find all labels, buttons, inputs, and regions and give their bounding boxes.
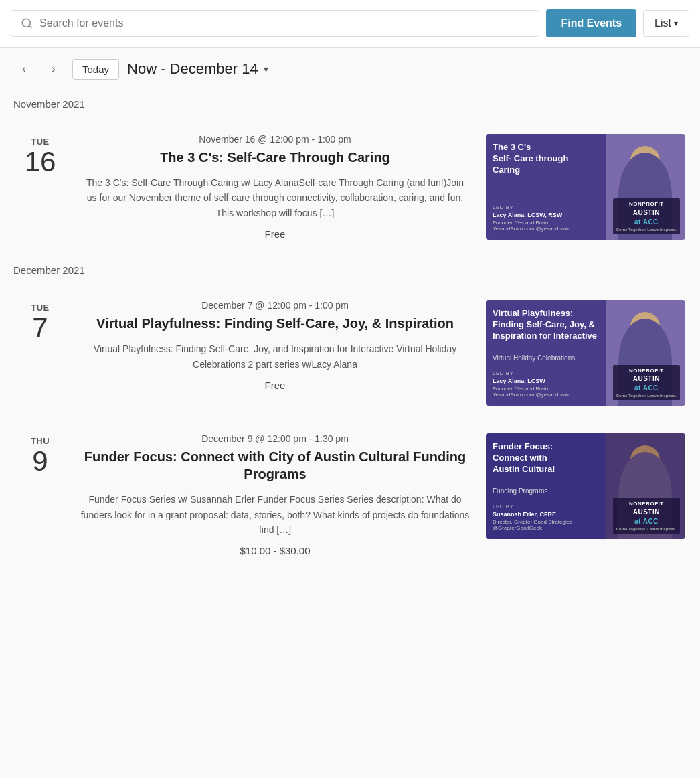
find-events-button[interactable]: Find Events (546, 9, 636, 37)
next-arrow-button[interactable]: › (43, 58, 64, 80)
thumb-bottom-dec7: led by Lacy Alana, LCSW Founder, Yes and… (493, 370, 599, 398)
thumb-presenter-nov16: Lacy Alana, LCSW, RSW (493, 212, 599, 218)
list-chevron-icon: ▾ (674, 19, 678, 28)
month-divider-december (96, 270, 687, 270)
event-content-nov16: November 16 @ 12:00 pm - 1:00 pm The 3 C… (67, 134, 486, 240)
prev-arrow-button[interactable]: ‹ (13, 58, 35, 80)
month-section-december: December 2021 (0, 256, 700, 283)
search-input[interactable] (39, 17, 529, 29)
event-date-dec9: THU 9 (13, 433, 67, 477)
event-row-nov16: TUE 16 November 16 @ 12:00 pm - 1:00 pm … (0, 123, 700, 256)
badge-nonprofit-dec9: NONPROFIT (616, 500, 677, 508)
event-thumbnail-dec7: Virtual Playfulness:Finding Self-Care, J… (486, 300, 685, 406)
event-content-dec9: December 9 @ 12:00 pm - 1:30 pm Funder F… (67, 433, 486, 556)
thumb-title-nov16: The 3 C'sSelf- Care throughCaring (493, 142, 599, 176)
event-time-dec7: December 7 @ 12:00 pm - 1:00 pm (80, 300, 470, 311)
badge-tagline-dec9: Come Together. Leave Inspired. (616, 526, 677, 532)
thumb-presenter-role-dec7: Founder, Yes and BrainYesandBrain.com @y… (493, 386, 599, 398)
event-day-name-dec7: TUE (13, 303, 67, 313)
badge-austin-dec7: AUSTIN at ACC (616, 374, 677, 393)
event-row-dec7: TUE 7 December 7 @ 12:00 pm - 1:00 pm Vi… (0, 289, 700, 422)
event-title-nov16[interactable]: The 3 C's: Self-Care Through Caring (80, 149, 470, 166)
badge-nonprofit-nov16: NONPROFIT (616, 200, 677, 208)
event-day-num-nov16: 16 (13, 147, 67, 177)
badge-tagline-dec7: Come Together. Leave Inspired. (616, 393, 677, 398)
calendar-nav: ‹ › Today Now - December 14 ▾ (0, 48, 700, 90)
event-price-dec9: $10.00 - $30.00 (80, 545, 470, 556)
badge-tagline-nov16: Come Together. Leave Inspired. (616, 227, 677, 232)
date-range-selector[interactable]: Now - December 14 ▾ (127, 60, 268, 78)
event-date-dec7: TUE 7 (13, 300, 67, 343)
thumb-subtitle-dec9: Funding Programs (493, 487, 599, 495)
event-desc-dec9: Funder Focus Series w/ Susannah Erler Fu… (80, 492, 470, 537)
event-image-nov16[interactable]: The 3 C'sSelf- Care throughCaring led by… (486, 134, 687, 240)
badge-austin-nov16: AUSTIN at ACC (616, 208, 677, 227)
month-header-december: December 2021 (13, 256, 687, 283)
thumb-bottom-dec9: led by Susannah Erler, CFRE Director, Gr… (493, 503, 599, 531)
month-header-november: November 2021 (13, 90, 687, 116)
nonprofit-badge-nov16: NONPROFIT AUSTIN at ACC Come Together. L… (613, 198, 680, 234)
thumb-presenter-dec7: Lacy Alana, LCSW (493, 378, 599, 384)
thumb-right-nov16: NONPROFIT AUSTIN at ACC Come Together. L… (606, 134, 685, 240)
date-range-chevron-icon: ▾ (264, 64, 268, 74)
event-image-dec9[interactable]: Funder Focus:Connect withAustin Cultural… (486, 433, 687, 539)
event-day-num-dec9: 9 (13, 446, 67, 477)
event-thumbnail-nov16: The 3 C'sSelf- Care throughCaring led by… (486, 134, 685, 240)
event-row-dec9: THU 9 December 9 @ 12:00 pm - 1:30 pm Fu… (0, 422, 700, 572)
event-day-name-nov16: TUE (13, 137, 67, 147)
badge-acc-dec7: at ACC (616, 384, 677, 393)
event-desc-dec7: Virtual Playfulness: Finding Self-Care, … (80, 341, 470, 372)
search-bar: Find Events List ▾ (0, 0, 700, 48)
thumb-presenter-role-nov16: Founder, Yes and BrainYesandBrain.com @y… (493, 220, 599, 232)
thumb-left-dec9: Funder Focus:Connect withAustin Cultural… (486, 433, 606, 539)
event-price-nov16: Free (80, 228, 470, 240)
event-image-dec7[interactable]: Virtual Playfulness:Finding Self-Care, J… (486, 300, 687, 406)
thumb-left-nov16: The 3 C'sSelf- Care throughCaring led by… (486, 134, 606, 240)
event-title-dec7[interactable]: Virtual Playfulness: Finding Self-Care, … (80, 315, 470, 332)
thumb-bottom-nov16: led by Lacy Alana, LCSW, RSW Founder, Ye… (493, 204, 599, 232)
svg-line-1 (29, 25, 31, 27)
event-day-num-dec7: 7 (13, 313, 67, 343)
today-button[interactable]: Today (72, 59, 119, 80)
thumb-led-by-dec9: led by (493, 503, 599, 510)
thumb-right-dec9: NONPROFIT AUSTIN at ACC Come Together. L… (606, 433, 685, 539)
event-desc-nov16: The 3 C's: Self-Care Through Caring w/ L… (80, 175, 470, 220)
nonprofit-badge-dec9: NONPROFIT AUSTIN at ACC Come Together. L… (613, 498, 680, 534)
thumb-title-dec9: Funder Focus:Connect withAustin Cultural (493, 441, 599, 475)
badge-acc-dec9: at ACC (616, 517, 677, 526)
badge-austin-dec9: AUSTIN at ACC (616, 508, 677, 526)
badge-nonprofit-dec7: NONPROFIT (616, 367, 677, 374)
thumb-title-dec7: Virtual Playfulness:Finding Self-Care, J… (493, 308, 599, 342)
event-time-dec9: December 9 @ 12:00 pm - 1:30 pm (80, 433, 470, 444)
search-input-wrapper[interactable] (11, 10, 539, 37)
list-label: List (654, 17, 671, 29)
event-price-dec7: Free (80, 380, 470, 391)
thumb-presenter-role-dec9: Director, Greater Good Strategies@Greate… (493, 519, 599, 531)
month-divider-november (96, 104, 687, 104)
thumb-led-by-nov16: led by (493, 204, 599, 210)
event-title-dec9[interactable]: Funder Focus: Connect with City of Austi… (80, 448, 470, 483)
date-range-label: Now - December 14 (127, 60, 258, 78)
thumb-left-dec7: Virtual Playfulness:Finding Self-Care, J… (486, 300, 606, 406)
event-content-dec7: December 7 @ 12:00 pm - 1:00 pm Virtual … (67, 300, 486, 391)
event-thumbnail-dec9: Funder Focus:Connect withAustin Cultural… (486, 433, 685, 539)
thumb-subtitle-dec7: Virtual Holiday Celebrations (493, 354, 599, 362)
month-label-november: November 2021 (13, 98, 85, 110)
event-day-name-dec9: THU (13, 436, 67, 446)
thumb-right-dec7: NONPROFIT AUSTIN at ACC Come Together. L… (606, 300, 685, 406)
event-time-nov16: November 16 @ 12:00 pm - 1:00 pm (80, 134, 470, 145)
search-icon (21, 17, 33, 29)
thumb-led-by-dec7: led by (493, 370, 599, 376)
badge-acc-nov16: at ACC (616, 218, 677, 227)
month-label-december: December 2021 (13, 264, 85, 276)
list-view-button[interactable]: List ▾ (643, 10, 689, 37)
event-date-nov16: TUE 16 (13, 134, 67, 177)
nonprofit-badge-dec7: NONPROFIT AUSTIN at ACC Come Together. L… (613, 365, 680, 401)
events-list: November 2021 TUE 16 November 16 @ 12:00… (0, 90, 700, 572)
month-section-november: November 2021 (0, 90, 700, 116)
thumb-presenter-dec9: Susannah Erler, CFRE (493, 511, 599, 518)
